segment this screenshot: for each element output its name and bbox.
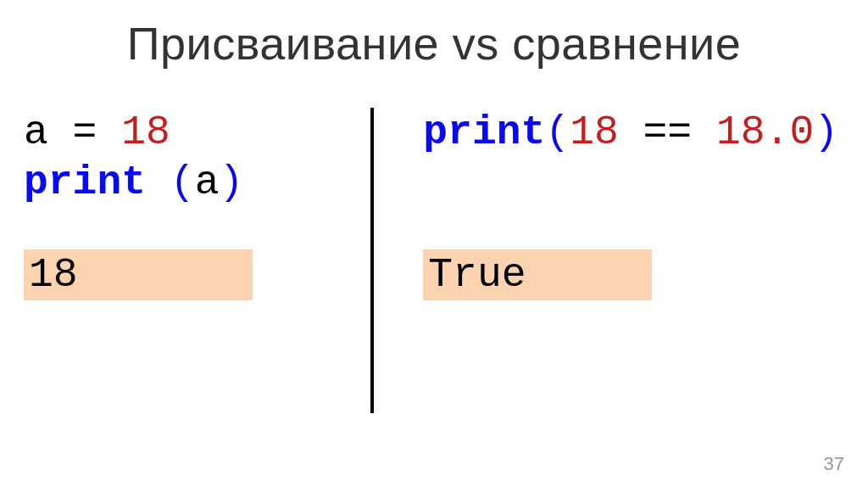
output-box-left: 18 — [24, 249, 253, 300]
column-divider — [370, 108, 374, 413]
code-variable: a — [24, 109, 48, 155]
code-line-1: a = 18 — [24, 108, 353, 158]
code-block-comparison: print(18 == 18.0) — [423, 108, 838, 158]
code-keyword-print: print — [423, 109, 545, 155]
slide-title: Присваивание vs сравнение — [0, 0, 868, 70]
code-line-1: print(18 == 18.0) — [423, 108, 838, 158]
code-paren-open: ( — [170, 160, 195, 205]
code-keyword-print: print — [24, 160, 146, 205]
code-paren-open: ( — [545, 109, 570, 155]
output-box-right: True — [423, 249, 652, 300]
left-column: a = 18 print (a) 18 — [17, 108, 365, 413]
code-number: 18.0 — [716, 109, 814, 155]
code-paren-close: ) — [814, 109, 838, 155]
page-number: 37 — [824, 453, 844, 475]
code-block-assignment: a = 18 print (a) — [24, 108, 353, 207]
code-space — [146, 160, 170, 205]
code-assign-op: = — [48, 109, 121, 155]
right-column: print(18 == 18.0) True — [379, 108, 851, 413]
slide-content: a = 18 print (a) 18 print(18 == 18.0) Tr… — [0, 108, 868, 413]
code-paren-close: ) — [219, 160, 243, 205]
code-number: 18 — [121, 109, 170, 155]
code-eq-op: == — [619, 109, 716, 155]
code-line-2: print (a) — [24, 158, 353, 208]
code-number: 18 — [570, 109, 619, 155]
code-arg: a — [195, 160, 220, 205]
